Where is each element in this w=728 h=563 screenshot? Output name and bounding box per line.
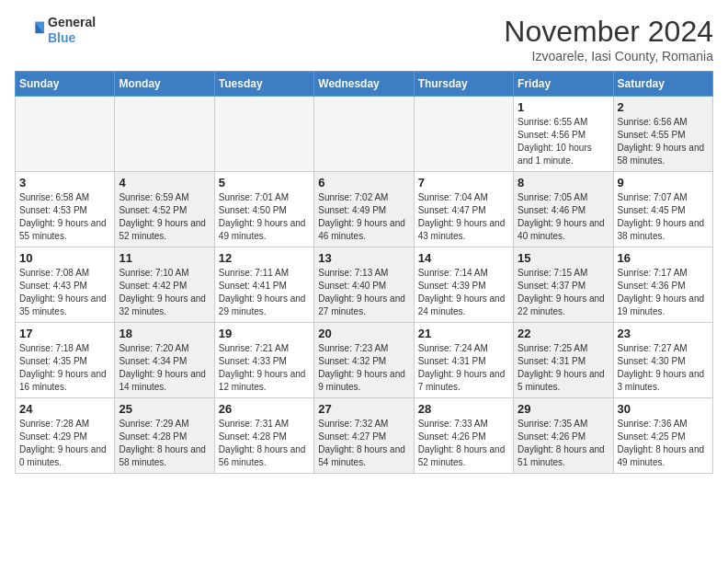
day-info: Sunrise: 7:20 AM Sunset: 4:34 PM Dayligh… [119,342,210,394]
day-number: 20 [318,327,409,340]
day-number: 21 [418,327,509,340]
calendar-cell: 21Sunrise: 7:24 AM Sunset: 4:31 PM Dayli… [414,323,513,398]
day-number: 3 [19,176,110,190]
calendar-week-row: 3Sunrise: 6:58 AM Sunset: 4:53 PM Daylig… [16,172,713,247]
day-info: Sunrise: 7:27 AM Sunset: 4:30 PM Dayligh… [618,342,709,394]
day-number: 28 [418,402,509,416]
weekday-header-row: SundayMondayTuesdayWednesdayThursdayFrid… [16,72,713,97]
calendar-body: 1Sunrise: 6:55 AM Sunset: 4:56 PM Daylig… [16,97,713,474]
day-info: Sunrise: 7:24 AM Sunset: 4:31 PM Dayligh… [418,342,509,394]
day-info: Sunrise: 7:33 AM Sunset: 4:26 PM Dayligh… [418,418,509,469]
calendar-cell: 28Sunrise: 7:33 AM Sunset: 4:26 PM Dayli… [414,398,513,474]
calendar-cell: 27Sunrise: 7:32 AM Sunset: 4:27 PM Dayli… [314,398,414,474]
calendar-cell: 6Sunrise: 7:02 AM Sunset: 4:49 PM Daylig… [314,172,414,247]
calendar-cell: 1Sunrise: 6:55 AM Sunset: 4:56 PM Daylig… [514,97,613,172]
day-number: 11 [119,251,210,265]
title-area: November 2024 Izvoarele, Iasi County, Ro… [504,15,713,63]
day-number: 18 [119,327,210,340]
weekday-header-tuesday: Tuesday [214,72,313,97]
day-number: 4 [119,176,210,190]
calendar-cell [414,97,513,172]
calendar-cell: 16Sunrise: 7:17 AM Sunset: 4:36 PM Dayli… [613,247,712,323]
day-info: Sunrise: 7:18 AM Sunset: 4:35 PM Dayligh… [19,342,110,394]
calendar-cell: 20Sunrise: 7:23 AM Sunset: 4:32 PM Dayli… [314,323,414,398]
weekday-header-saturday: Saturday [613,72,712,97]
day-info: Sunrise: 7:13 AM Sunset: 4:40 PM Dayligh… [318,267,409,318]
day-number: 27 [318,402,409,416]
calendar-cell [115,97,214,172]
header: General Blue November 2024 Izvoarele, Ia… [15,15,713,63]
calendar-week-row: 1Sunrise: 6:55 AM Sunset: 4:56 PM Daylig… [16,97,713,172]
day-number: 5 [219,176,310,190]
calendar-cell: 13Sunrise: 7:13 AM Sunset: 4:40 PM Dayli… [314,247,414,323]
calendar-cell [214,97,313,172]
day-info: Sunrise: 7:01 AM Sunset: 4:50 PM Dayligh… [219,191,310,243]
calendar-week-row: 17Sunrise: 7:18 AM Sunset: 4:35 PM Dayli… [16,323,713,398]
day-number: 7 [418,176,509,190]
calendar-cell [314,97,414,172]
day-info: Sunrise: 7:35 AM Sunset: 4:26 PM Dayligh… [518,418,609,469]
day-info: Sunrise: 7:32 AM Sunset: 4:27 PM Dayligh… [318,418,409,469]
day-info: Sunrise: 7:08 AM Sunset: 4:43 PM Dayligh… [19,267,110,318]
weekday-header-wednesday: Wednesday [314,72,414,97]
day-number: 23 [618,327,709,340]
logo-icon [15,16,44,45]
calendar-cell: 19Sunrise: 7:21 AM Sunset: 4:33 PM Dayli… [214,323,313,398]
day-number: 14 [418,251,509,265]
calendar-cell: 7Sunrise: 7:04 AM Sunset: 4:47 PM Daylig… [414,172,513,247]
calendar-cell: 25Sunrise: 7:29 AM Sunset: 4:28 PM Dayli… [115,398,214,474]
day-number: 29 [518,402,609,416]
calendar-cell: 11Sunrise: 7:10 AM Sunset: 4:42 PM Dayli… [115,247,214,323]
logo-blue-text: Blue [48,30,96,46]
calendar-cell: 2Sunrise: 6:56 AM Sunset: 4:55 PM Daylig… [613,97,712,172]
calendar-cell: 22Sunrise: 7:25 AM Sunset: 4:31 PM Dayli… [514,323,613,398]
logo: General Blue [15,15,96,46]
calendar-week-row: 10Sunrise: 7:08 AM Sunset: 4:43 PM Dayli… [16,247,713,323]
calendar-week-row: 24Sunrise: 7:28 AM Sunset: 4:29 PM Dayli… [16,398,713,474]
day-number: 19 [219,327,310,340]
calendar-cell: 24Sunrise: 7:28 AM Sunset: 4:29 PM Dayli… [16,398,115,474]
weekday-header-sunday: Sunday [16,72,115,97]
day-number: 10 [19,251,110,265]
day-info: Sunrise: 7:25 AM Sunset: 4:31 PM Dayligh… [518,342,609,394]
day-info: Sunrise: 7:05 AM Sunset: 4:46 PM Dayligh… [518,191,609,243]
calendar-cell: 26Sunrise: 7:31 AM Sunset: 4:28 PM Dayli… [214,398,313,474]
calendar-header: SundayMondayTuesdayWednesdayThursdayFrid… [16,72,713,97]
day-number: 24 [19,402,110,416]
day-info: Sunrise: 6:58 AM Sunset: 4:53 PM Dayligh… [19,191,110,243]
day-info: Sunrise: 7:17 AM Sunset: 4:36 PM Dayligh… [618,267,709,318]
day-info: Sunrise: 7:31 AM Sunset: 4:28 PM Dayligh… [219,418,310,469]
day-info: Sunrise: 6:59 AM Sunset: 4:52 PM Dayligh… [119,191,210,243]
logo-general-text: General [48,15,96,30]
calendar-cell: 10Sunrise: 7:08 AM Sunset: 4:43 PM Dayli… [16,247,115,323]
weekday-header-monday: Monday [115,72,214,97]
calendar-cell: 12Sunrise: 7:11 AM Sunset: 4:41 PM Dayli… [214,247,313,323]
day-info: Sunrise: 7:28 AM Sunset: 4:29 PM Dayligh… [19,418,110,469]
day-info: Sunrise: 6:55 AM Sunset: 4:56 PM Dayligh… [518,116,609,167]
day-number: 12 [219,251,310,265]
calendar-cell: 17Sunrise: 7:18 AM Sunset: 4:35 PM Dayli… [16,323,115,398]
calendar-cell: 18Sunrise: 7:20 AM Sunset: 4:34 PM Dayli… [115,323,214,398]
subtitle: Izvoarele, Iasi County, Romania [504,49,713,63]
day-number: 22 [518,327,609,340]
day-number: 25 [119,402,210,416]
day-number: 17 [19,327,110,340]
day-number: 8 [518,176,609,190]
day-number: 30 [618,402,709,416]
day-number: 13 [318,251,409,265]
day-info: Sunrise: 7:04 AM Sunset: 4:47 PM Dayligh… [418,191,509,243]
day-number: 2 [618,100,709,114]
calendar-cell: 8Sunrise: 7:05 AM Sunset: 4:46 PM Daylig… [514,172,613,247]
day-number: 16 [618,251,709,265]
day-number: 6 [318,176,409,190]
day-info: Sunrise: 7:15 AM Sunset: 4:37 PM Dayligh… [518,267,609,318]
weekday-header-thursday: Thursday [414,72,513,97]
day-info: Sunrise: 7:07 AM Sunset: 4:45 PM Dayligh… [618,191,709,243]
weekday-header-friday: Friday [514,72,613,97]
calendar: SundayMondayTuesdayWednesdayThursdayFrid… [15,71,713,474]
calendar-cell: 29Sunrise: 7:35 AM Sunset: 4:26 PM Dayli… [514,398,613,474]
day-number: 1 [518,100,609,114]
day-info: Sunrise: 7:23 AM Sunset: 4:32 PM Dayligh… [318,342,409,394]
month-title: November 2024 [504,15,713,49]
calendar-cell: 9Sunrise: 7:07 AM Sunset: 4:45 PM Daylig… [613,172,712,247]
